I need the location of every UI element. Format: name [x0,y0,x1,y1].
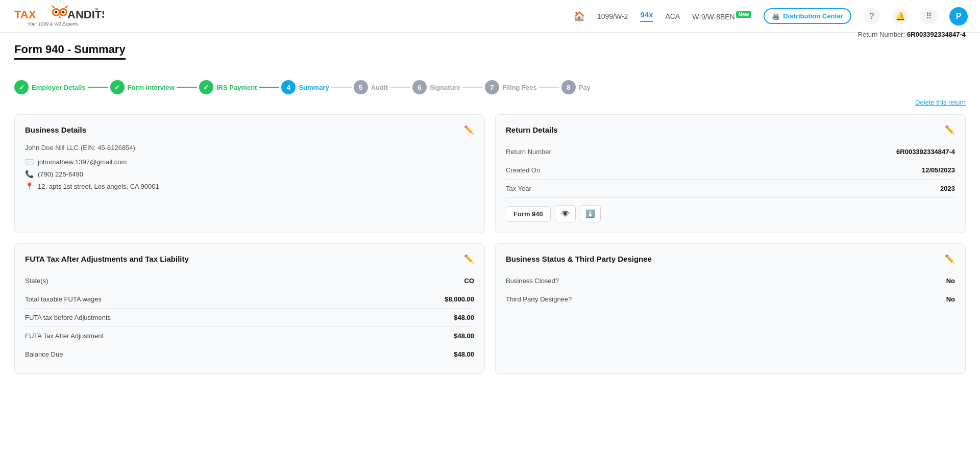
line-2 [177,87,197,88]
tax-year-label: Tax Year [506,185,531,192]
futa-card: FUTA Tax After Adjustments and Tax Liabi… [14,243,485,374]
futa-wages-row: Total taxable FUTA wages $8,000.00 [25,290,474,309]
logo[interactable]: TAX ANDITS ™ Your 1099 & W2 Experts [12,4,104,29]
printer-icon: 🖨️ [772,12,780,20]
form-940-actions-row: Form 940 👁️ ⬇️ [506,205,955,222]
line-1 [88,87,108,88]
email-row: ✉️ johnmathew.1397@gmail.com [25,158,474,166]
line-6 [462,87,483,88]
futa-states-label: State(s) [25,277,48,285]
line-5 [390,87,410,88]
notification-icon[interactable]: 🔔 [892,8,909,24]
futa-before-adj-row: FUTA tax before Adjustments $48.00 [25,309,474,327]
phone-value: (790) 225-6490 [38,170,83,178]
created-on-label: Created On [506,166,540,174]
business-status-title: Business Status & Third Party Designee [506,255,652,263]
line-4 [331,87,352,88]
nav-aca[interactable]: ACA [665,12,680,20]
delete-return-row: Delete this return [14,98,966,106]
third-party-value: No [946,295,955,303]
step-4-label: Summary [299,84,329,91]
step-2-label: Form Interview [128,84,175,91]
business-details-title: Business Details [25,125,86,134]
business-closed-row: Business Closed? No [506,272,955,290]
third-party-row: Third Party Designee? No [506,290,955,308]
step-8-circle: 8 [561,80,576,94]
svg-marker-7 [58,15,61,18]
step-pay[interactable]: 8 Pay [561,80,591,94]
step-6-label: Signature [430,84,460,91]
business-status-edit-icon[interactable]: ✏️ [945,254,955,264]
futa-balance-due-label: Balance Due [25,350,63,358]
return-details-header: Return Details ✏️ [506,125,955,135]
futa-edit-icon[interactable]: ✏️ [464,254,474,264]
step-filing-fees[interactable]: 7 Filing Fees [485,80,537,94]
step-irs-payment[interactable]: ✓ IRS Payment [199,80,257,94]
step-4-circle: 4 [281,80,296,94]
new-badge: New [736,11,752,18]
futa-states-value: CO [464,277,475,285]
address-value: 12, apts 1st street, Los angels, CA 9000… [38,183,159,190]
step-5-label: Audit [371,84,388,91]
tax-year-value: 2023 [940,185,955,192]
phone-icon: 📞 [25,170,34,178]
step-summary[interactable]: 4 Summary [281,80,329,94]
avatar[interactable]: P [949,7,968,26]
line-3 [259,87,279,88]
third-party-label: Third Party Designee? [506,295,572,303]
step-2-circle: ✓ [110,80,125,94]
return-number-detail-row: Return Number 6R003392334847-4 [506,143,955,161]
futa-balance-due-value: $48.00 [454,350,474,358]
return-details-title: Return Details [506,125,558,134]
help-icon[interactable]: ? [864,8,880,24]
form-940-button[interactable]: Form 940 [506,206,551,222]
logo-svg: TAX ANDITS ™ Your 1099 & W2 Experts [12,4,104,29]
nav-links: 🏠 1099/W-2 94x ACA W-9/W-8BENNew 🖨️ Dist… [574,7,968,26]
step-1-circle: ✓ [14,80,29,94]
step-7-circle: 7 [485,80,499,94]
line-7 [539,87,559,88]
home-icon[interactable]: 🏠 [574,11,585,22]
step-form-interview[interactable]: ✓ Form Interview [110,80,175,94]
business-details-header: Business Details ✏️ [25,125,474,135]
futa-before-adj-label: FUTA tax before Adjustments [25,314,111,321]
business-closed-value: No [946,277,955,285]
step-3-label: IRS Payment [216,84,257,91]
futa-states-row: State(s) CO [25,272,474,290]
email-value: johnmathew.1397@gmail.com [38,158,127,166]
delete-return-link[interactable]: Delete this return [915,98,966,106]
futa-after-adj-row: FUTA Tax After Adjustment $48.00 [25,327,474,345]
return-number-row: Return Number: 6R003392334847-4 [858,31,966,38]
futa-before-adj-value: $48.00 [454,314,474,321]
step-5-circle: 5 [354,80,368,94]
futa-wages-label: Total taxable FUTA wages [25,295,102,303]
phone-row: 📞 (790) 225-6490 [25,170,474,178]
step-signature[interactable]: 6 Signature [412,80,460,94]
ein: (EIN: 45-6126854) [81,144,135,152]
business-details-edit-icon[interactable]: ✏️ [464,125,474,135]
nav-w9[interactable]: W-9/W-8BENNew [692,12,751,21]
step-6-circle: 6 [412,80,427,94]
futa-header: FUTA Tax After Adjustments and Tax Liabi… [25,254,474,264]
return-number-detail-value: 6R003392334847-4 [896,148,955,156]
address-row: 📍 12, apts 1st street, Los angels, CA 90… [25,182,474,190]
download-form-button[interactable]: ⬇️ [580,205,601,222]
page-content: Form 940 - Summary Return Number: 6R0033… [0,33,980,394]
step-audit[interactable]: 5 Audit [354,80,388,94]
distribution-center-button[interactable]: 🖨️ Distribution Center [764,8,851,24]
return-number-label: Return Number: [858,31,905,38]
tax-year-row: Tax Year 2023 [506,180,955,198]
svg-text:TAX: TAX [14,8,36,21]
nav-1099-w2[interactable]: 1099/W-2 [597,12,628,20]
nav-94x[interactable]: 94x [640,10,653,22]
email-icon: ✉️ [25,158,34,166]
step-employer-details[interactable]: ✓ Employer Details [14,80,86,94]
business-closed-label: Business Closed? [506,277,559,285]
view-form-button[interactable]: 👁️ [555,205,576,222]
futa-wages-value: $8,000.00 [445,295,474,303]
svg-point-6 [62,11,65,13]
step-3-circle: ✓ [199,80,213,94]
return-details-edit-icon[interactable]: ✏️ [945,125,955,135]
futa-balance-due-row: Balance Due $48.00 [25,345,474,363]
grid-icon[interactable]: ⠿ [921,8,937,24]
